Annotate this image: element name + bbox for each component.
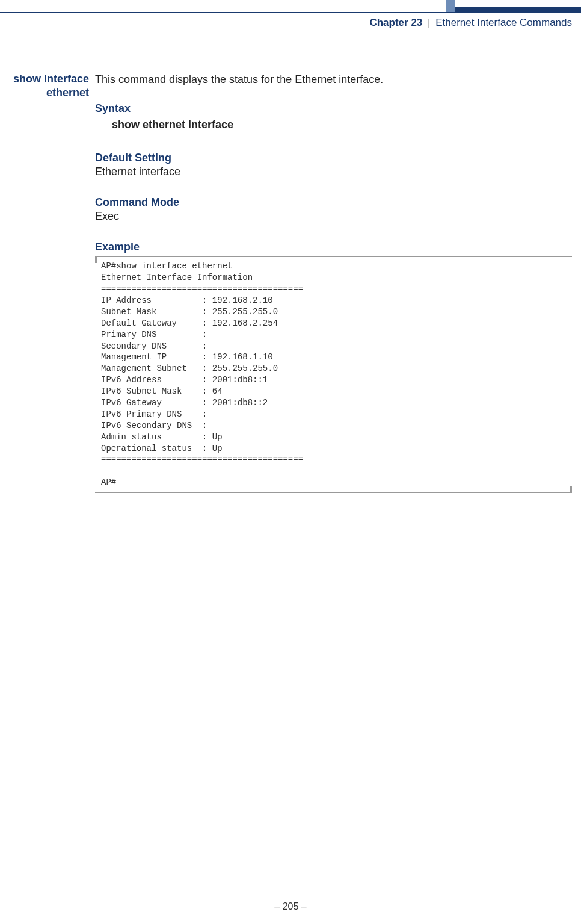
chapter-number: Chapter 23 — [369, 17, 422, 28]
example-code-block: AP#show interface ethernet Ethernet Inte… — [95, 256, 572, 493]
page-content: show interface ethernet This command dis… — [0, 72, 572, 493]
header-line — [0, 12, 581, 13]
command-name: show interface ethernet — [0, 72, 89, 99]
header-decor — [0, 0, 581, 12]
command-mode-value: Exec — [95, 210, 572, 223]
command-name-line1: show interface — [13, 73, 89, 85]
command-description: This command displays the status for the… — [95, 72, 572, 87]
syntax-heading: Syntax — [95, 102, 572, 115]
page-number: – 205 – — [0, 901, 581, 912]
default-setting-heading: Default Setting — [95, 152, 572, 164]
chapter-separator: | — [428, 17, 430, 28]
syntax-command: show ethernet interface — [112, 119, 572, 131]
command-name-line2: ethernet — [46, 87, 89, 99]
chapter-heading: Chapter 23 | Ethernet Interface Commands — [369, 17, 572, 29]
default-setting-value: Ethernet interface — [95, 166, 572, 178]
example-heading: Example — [95, 241, 572, 253]
header-accent-block — [446, 0, 455, 13]
chapter-title: Ethernet Interface Commands — [435, 17, 572, 28]
command-mode-heading: Command Mode — [95, 196, 572, 209]
